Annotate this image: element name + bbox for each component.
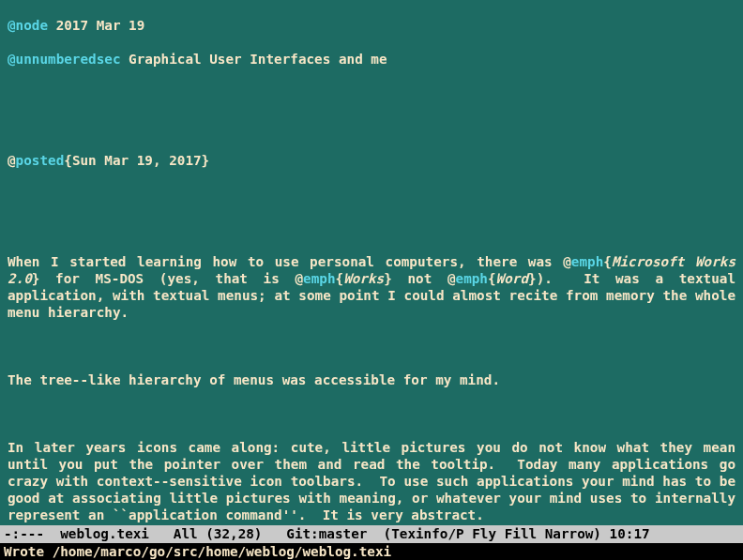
minibuffer-message: Wrote /home/marco/go/src/home/weblog/web… bbox=[4, 544, 391, 559]
brace-open: { bbox=[64, 153, 72, 168]
at-sign: @ bbox=[8, 153, 16, 168]
modeline-status: -:--- bbox=[4, 526, 60, 541]
emph-command: emph bbox=[456, 271, 488, 286]
at-sign: @ bbox=[295, 271, 303, 286]
emph-command: emph bbox=[303, 271, 335, 286]
section-command: @unnumberedsec bbox=[8, 52, 121, 67]
brace-open: { bbox=[603, 254, 612, 269]
blank-line bbox=[8, 118, 735, 135]
brace-open: { bbox=[488, 271, 496, 286]
brace-close: } bbox=[202, 153, 210, 168]
posted-command: posted bbox=[16, 153, 65, 168]
node-command: @node bbox=[8, 18, 48, 33]
blank-line bbox=[8, 84, 735, 101]
paragraph-1: When I started learning how to use perso… bbox=[8, 253, 735, 321]
minibuffer[interactable]: Wrote /home/marco/go/src/home/weblog/web… bbox=[0, 543, 743, 560]
text: not bbox=[392, 271, 447, 286]
node-line: @node 2017 Mar 19 bbox=[8, 17, 735, 34]
modeline-info: All (32,28) Git:master (Texinfo/P Fly Fi… bbox=[149, 526, 650, 541]
section-args: Graphical User Interfaces and me bbox=[121, 52, 387, 67]
at-sign: @ bbox=[447, 271, 456, 286]
node-args: 2017 Mar 19 bbox=[48, 18, 144, 33]
section-line: @unnumberedsec Graphical User Interfaces… bbox=[8, 51, 735, 68]
modeline-filename: weblog.texi bbox=[60, 526, 149, 541]
paragraph-3: In later years icons came along: cute, l… bbox=[8, 439, 735, 523]
text: for MS-DOS (yes, that is bbox=[39, 271, 295, 286]
at-sign: @ bbox=[563, 254, 571, 269]
emph-text: Word bbox=[496, 271, 528, 286]
brace-close: } bbox=[528, 271, 537, 286]
posted-line: @posted{Sun Mar 19, 2017} bbox=[8, 152, 735, 169]
posted-date: Sun Mar 19, 2017 bbox=[72, 153, 202, 168]
emph-text: Works bbox=[343, 271, 384, 286]
brace-open: { bbox=[336, 271, 344, 286]
text: When I started learning how to use perso… bbox=[8, 254, 563, 269]
emph-command: emph bbox=[571, 254, 603, 269]
mode-line[interactable]: -:--- weblog.texi All (32,28) Git:master… bbox=[0, 525, 743, 543]
blank-line bbox=[8, 405, 735, 422]
blank-line bbox=[8, 186, 735, 203]
brace-close: } bbox=[384, 271, 392, 286]
text-buffer[interactable]: @node 2017 Mar 19 @unnumberedsec Graphic… bbox=[0, 0, 743, 525]
blank-line bbox=[8, 338, 735, 355]
paragraph-2: The tree--like hierarchy of menus was ac… bbox=[8, 371, 735, 388]
blank-line bbox=[8, 219, 735, 236]
